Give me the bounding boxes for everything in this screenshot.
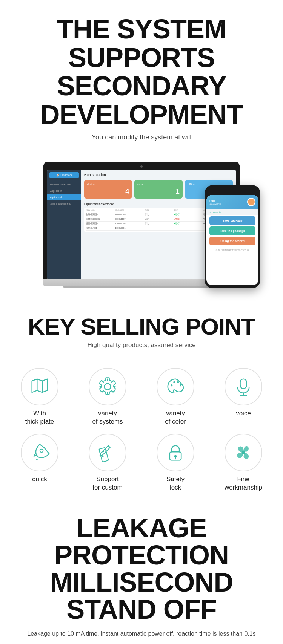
ruler-icon	[97, 442, 118, 463]
laptop-card-device: device 4	[84, 180, 132, 199]
icon-label-lock: Safetylock	[166, 475, 185, 492]
icon-label-map: Withthick plate	[25, 409, 54, 426]
icon-item-ruler: Supportfor custom	[75, 434, 140, 492]
laptop-menu-equipment: equipment	[47, 194, 81, 200]
laptop-run-title: Run situation	[84, 173, 233, 177]
laptop-menu-general: General situation of	[47, 181, 81, 188]
device-mockup-container: 🏠 Smart ark General situation of Applica…	[0, 156, 283, 300]
laptop-logo: 🏠 Smart ark	[49, 172, 79, 178]
phone-status: ✓ connected	[206, 209, 258, 215]
phone-record-btn[interactable]: Using the record	[209, 237, 255, 245]
svg-rect-5	[240, 379, 247, 389]
leakage-description: Leakage up to 10 mA time, instant automa…	[8, 629, 275, 644]
icon-label-fan: Fineworkmanship	[225, 475, 262, 492]
icon-circle-ruler	[89, 434, 126, 471]
laptop-menu-application: Application	[47, 188, 81, 194]
icon-label-gear: varietyof systems	[92, 409, 123, 426]
gear-icon	[97, 376, 118, 397]
svg-point-1	[171, 384, 172, 386]
phone-footer: 点击下面的按钮开始使用产品功能	[206, 247, 258, 253]
svg-point-0	[105, 384, 111, 390]
selling-heading: KEY SELLING POINT	[8, 315, 275, 338]
hero-heading: THE SYSTEM SUPPORTS SECONDARY DEVELOPMEN…	[11, 15, 272, 129]
palette-icon	[165, 376, 186, 397]
icon-item-gear: varietyof systems	[75, 368, 140, 426]
icon-circle-rocket	[21, 434, 58, 471]
phone-avatar	[247, 198, 255, 206]
icon-item-fan: Fineworkmanship	[211, 434, 275, 492]
laptop-sidebar: 🏠 Smart ark General situation of Applica…	[47, 170, 81, 279]
icon-item-palette: varietyof color	[143, 368, 208, 426]
icon-circle-gear	[89, 368, 126, 405]
mic-icon	[233, 376, 254, 397]
leakage-heading: LEAKAGE PROTECTION MILLISECOND STAND OFF	[8, 514, 275, 623]
icon-label-ruler: Supportfor custom	[92, 475, 122, 492]
icon-item-lock: Safetylock	[143, 434, 208, 492]
hero-subtitle: You can modify the system at will	[11, 133, 272, 141]
svg-point-2	[173, 381, 175, 383]
svg-point-4	[180, 384, 181, 386]
phone-save-btn[interactable]: Save package	[209, 216, 255, 225]
fan-icon	[233, 442, 254, 463]
svg-line-12	[102, 456, 104, 456]
selling-subtitle: High quality products, assured service	[8, 341, 275, 349]
icon-circle-lock	[157, 434, 194, 471]
icon-circle-map	[21, 368, 58, 405]
map-icon	[29, 376, 50, 397]
icon-item-rocket: quick	[8, 434, 72, 492]
icon-circle-mic	[225, 368, 262, 405]
icon-grid: Withthick plate varietyof systems variet…	[0, 368, 283, 503]
rocket-icon	[29, 442, 50, 463]
laptop-card-error: error 1	[134, 180, 182, 199]
svg-point-8	[40, 449, 43, 452]
phone-mockup: null 11122342 ✓ connected Save package T…	[205, 185, 260, 288]
icon-circle-fan	[225, 434, 262, 471]
icon-item-mic: voice	[211, 368, 275, 426]
selling-section: KEY SELLING POINT High quality products,…	[0, 300, 283, 368]
icon-label-palette: varietyof color	[165, 409, 186, 426]
svg-point-3	[177, 381, 179, 383]
laptop-menu-sms: SMS management	[47, 200, 81, 207]
icon-label-mic: voice	[236, 409, 251, 418]
laptop-foot	[63, 286, 220, 288]
phone-header: null 11122342	[206, 195, 258, 209]
icon-circle-palette	[157, 368, 194, 405]
phone-notch	[223, 188, 242, 193]
lock-icon	[165, 442, 186, 463]
icon-item-map: Withthick plate	[8, 368, 72, 426]
phone-screen: null 11122342 ✓ connected Save package T…	[206, 195, 258, 285]
leakage-section: LEAKAGE PROTECTION MILLISECOND STAND OFF…	[0, 503, 283, 644]
phone-take-btn[interactable]: Take the package	[209, 226, 255, 235]
icon-label-rocket: quick	[32, 475, 47, 483]
hero-section: THE SYSTEM SUPPORTS SECONDARY DEVELOPMEN…	[0, 0, 283, 156]
